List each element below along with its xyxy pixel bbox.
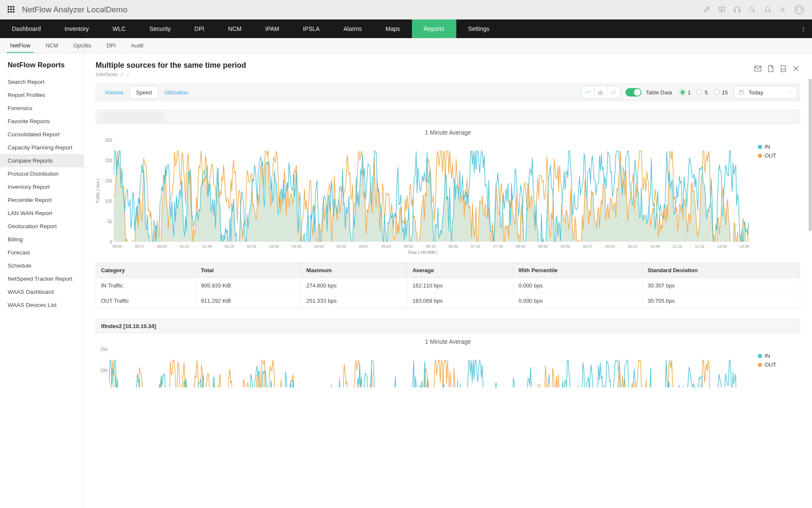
svg-rect-5: [755, 66, 761, 71]
search-icon[interactable]: [749, 6, 756, 14]
nav-reports[interactable]: Reports: [412, 19, 456, 38]
tab-volume[interactable]: Volume: [99, 86, 129, 99]
sidebar-item-waas-dashboard[interactable]: WAAS Dashboard: [0, 285, 83, 298]
xaxis-ticks: 00:0000:2700:5401:2101:4802:1502:4203:09…: [112, 242, 749, 248]
chevron-down-icon: [787, 89, 793, 95]
source-header-1: [96, 110, 800, 124]
col-header: Average: [407, 263, 513, 278]
chart-legend: IN OUT: [749, 140, 800, 159]
tab-utilization[interactable]: Utilization: [158, 86, 195, 99]
rocket-icon[interactable]: [703, 6, 710, 14]
chart-type-bar-icon[interactable]: [595, 86, 607, 98]
legend-out[interactable]: OUT: [765, 152, 776, 159]
chart-type-scatter-icon[interactable]: [607, 86, 620, 98]
sidebar-item-favorite-reports[interactable]: Favorite Reports: [0, 115, 83, 128]
chart-title: 1 Minute Average: [96, 129, 800, 136]
sidebar-item-inventory-report[interactable]: Inventory Report: [0, 180, 83, 193]
source-name-redacted: [100, 112, 164, 123]
sidebar: NetFlow Reports Search ReportReport Prof…: [0, 53, 84, 508]
avatar[interactable]: [794, 5, 804, 15]
edit-icon[interactable]: [126, 72, 131, 77]
table-data-label: Table Data: [646, 89, 672, 96]
sidebar-item-consolidated-report[interactable]: Consolidated Report: [0, 128, 83, 141]
subnav-oputils[interactable]: OpUtils: [66, 38, 99, 53]
gear-icon[interactable]: [779, 6, 787, 14]
sidebar-item-forecast[interactable]: Forecast: [0, 246, 83, 259]
tab-speed[interactable]: Speed: [129, 86, 158, 99]
nav-more-icon[interactable]: ⋮: [795, 19, 812, 38]
sidebar-item-percentile-report[interactable]: Percentile Report: [0, 193, 83, 207]
svg-rect-7: [598, 92, 599, 94]
interval-radio-15[interactable]: 15: [714, 89, 728, 96]
interval-radio-5[interactable]: 5: [697, 89, 708, 96]
main-nav: Dashboard Inventory WLC Security DPI NCM…: [0, 19, 812, 38]
legend-2-in[interactable]: IN: [765, 353, 770, 359]
bell-icon[interactable]: [764, 6, 771, 14]
chart-type-line-icon[interactable]: [582, 86, 595, 98]
chart-2-legend: IN OUT: [749, 349, 800, 368]
nav-inventory[interactable]: Inventory: [53, 19, 101, 38]
breadcrumb: Interfaces /: [96, 72, 246, 77]
sidebar-item-forensics[interactable]: Forensics: [0, 102, 83, 115]
email-icon[interactable]: [754, 64, 762, 73]
nav-security[interactable]: Security: [137, 19, 183, 38]
sidebar-item-billing[interactable]: Billing: [0, 233, 83, 246]
pdf-icon[interactable]: [766, 64, 775, 73]
sidebar-item-capacity-planning-report[interactable]: Capacity Planning Report: [0, 141, 83, 154]
legend-in[interactable]: IN: [765, 144, 770, 150]
nav-dpi[interactable]: DPI: [183, 19, 216, 38]
nav-ipsla[interactable]: IPSLA: [291, 19, 332, 38]
subnav-audit[interactable]: Audit: [123, 38, 151, 53]
nav-settings[interactable]: Settings: [456, 19, 502, 38]
sidebar-item-lan-wan-report[interactable]: LAN WAN Report: [0, 207, 83, 220]
subnav-ncm[interactable]: NCM: [38, 38, 66, 53]
sidebar-item-schedule[interactable]: Schedule: [0, 259, 83, 272]
subnav-dpi[interactable]: DPI: [99, 38, 123, 53]
headset-icon[interactable]: [733, 6, 741, 14]
svg-text:CSV: CSV: [782, 68, 786, 71]
top-bar: NetFlow Analyzer LocalDemo: [0, 0, 812, 19]
breadcrumb-separator: /: [121, 72, 123, 77]
sidebar-item-protocol-distribution[interactable]: Protocol Distribution: [0, 167, 83, 180]
chart-plot-area[interactable]: [114, 140, 749, 242]
table-data-toggle[interactable]: [625, 88, 642, 97]
csv-icon[interactable]: CSV: [779, 64, 787, 73]
nav-ipam[interactable]: IPAM: [253, 19, 291, 38]
apps-grid-icon[interactable]: [8, 6, 15, 14]
sidebar-item-compare-reports[interactable]: Compare Reports: [0, 154, 83, 167]
col-header: Category: [96, 263, 196, 278]
chart-1: 1 Minute Average Traffic ( bps ) 2502001…: [96, 129, 800, 255]
interval-radio-1[interactable]: 1: [680, 89, 691, 96]
nav-alarms[interactable]: Alarms: [332, 19, 374, 38]
chart-2-plot-area[interactable]: [109, 349, 749, 387]
chart-2-title: 1 Minute Average: [96, 338, 800, 345]
col-header: Maximum: [301, 263, 407, 278]
legend-2-out[interactable]: OUT: [765, 362, 776, 368]
col-header: Total: [196, 263, 301, 278]
close-icon[interactable]: [792, 64, 800, 73]
svg-rect-2: [739, 10, 740, 12]
period-selector[interactable]: Today: [734, 86, 797, 99]
svg-point-10: [612, 93, 612, 94]
sidebar-item-netspeed-tracker-report[interactable]: NetSpeed Tracker Report: [0, 272, 83, 285]
svg-rect-13: [739, 91, 743, 94]
nav-wlc[interactable]: WLC: [101, 19, 137, 38]
svg-point-11: [613, 91, 614, 92]
sidebar-item-report-profiles[interactable]: Report Profiles: [0, 88, 83, 102]
report-toolbar: Volume Speed Utilization Table Data 1 5 …: [96, 83, 800, 101]
presentation-icon[interactable]: [718, 6, 726, 14]
sidebar-item-geolocation-report[interactable]: Geolocation Report: [0, 220, 83, 233]
source-header-2: IfIndex2 [10.10.10.34]: [96, 319, 800, 333]
yaxis-ticks-2: 250200: [97, 349, 109, 387]
scrollbar[interactable]: [809, 79, 812, 231]
breadcrumb-item[interactable]: Interfaces: [96, 72, 118, 77]
page-title: Multiple sources for the same time perio…: [96, 61, 246, 70]
subnav-netflow[interactable]: NetFlow: [3, 38, 38, 53]
nav-dashboard[interactable]: Dashboard: [0, 19, 53, 38]
topbar-action-icons: [703, 5, 804, 15]
nav-maps[interactable]: Maps: [374, 19, 412, 38]
calendar-icon: [738, 89, 744, 95]
sidebar-item-waas-devices-list[interactable]: WAAS Devices List: [0, 298, 83, 312]
sidebar-item-search-report[interactable]: Search Report: [0, 75, 83, 88]
nav-ncm[interactable]: NCM: [216, 19, 253, 38]
